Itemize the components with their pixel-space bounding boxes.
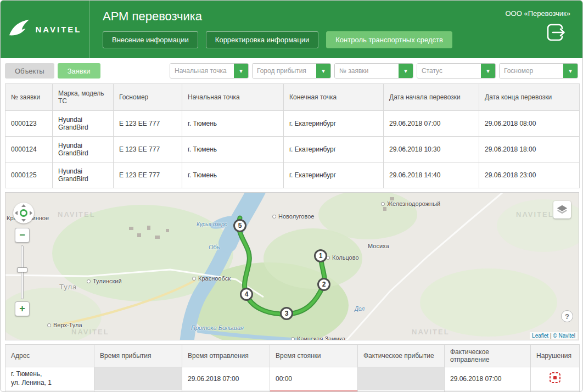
map-attribution: Leaflet | © Navitel: [530, 332, 578, 339]
request-number-input[interactable]: [335, 64, 399, 78]
map-place-label: Мосиха: [368, 243, 389, 249]
table-row[interactable]: 0000124 Hyundai GrandBird Е 123 ЕЕ 777 г…: [5, 137, 580, 163]
map-place-label: Тула: [59, 283, 77, 291]
cell-request-number: 0000125: [5, 163, 53, 188]
cell-violation: [531, 367, 580, 390]
pan-left-icon: [15, 211, 18, 215]
zoom-slider-handle[interactable]: [17, 267, 27, 272]
cell-start-point: г. Тюмень: [182, 111, 284, 137]
navitel-watermark: NAVITEL: [58, 210, 96, 219]
chevron-down-icon[interactable]: ▾: [316, 64, 330, 78]
pan-up-icon: [21, 204, 26, 207]
column-header: Марка, модель ТС: [53, 84, 114, 111]
column-header: Фактическое отправление: [445, 345, 531, 367]
chevron-down-icon[interactable]: ▾: [399, 64, 413, 78]
cell-vehicle-model: Hyundai GrandBird: [53, 111, 114, 137]
stops-header-row: Адрес Время прибытия Время отправления В…: [5, 345, 580, 367]
tab-vehicle-control[interactable]: Контроль транспортных средств: [326, 31, 452, 48]
brand-name: NAVITEL: [35, 25, 81, 34]
zoom-slider-track[interactable]: [21, 245, 24, 299]
status-input[interactable]: [417, 64, 481, 78]
navitel-watermark: NAVITEL: [516, 210, 554, 219]
navitel-link[interactable]: © Navitel: [553, 333, 575, 339]
place-dot-icon: [291, 337, 295, 341]
main-nav: Внесение информации Корректировка информ…: [103, 31, 478, 48]
page-title: АРМ перевозчика: [103, 9, 478, 24]
arrival-city-input[interactable]: [253, 64, 316, 78]
column-header: Время стоянки: [270, 345, 358, 367]
column-header: Время прибытия: [94, 345, 182, 367]
filter-request-number: ▾: [334, 63, 413, 79]
toolbar: Объекты Заявки ▾ ▾ ▾ ▾ ▾: [1, 58, 582, 83]
place-dot-icon: [192, 277, 196, 281]
tab-enter-info[interactable]: Внесение информации: [103, 31, 198, 48]
cell-start-date: 29.06.2018 14:40: [384, 163, 479, 188]
pan-down-icon: [21, 219, 26, 222]
map-water-label: Обь: [209, 244, 220, 250]
cell-start-point: г. Тюмень: [182, 163, 284, 188]
cell-fact-departure: 29.06.2018 07:00: [445, 367, 531, 390]
cell-vehicle-model: Hyundai GrandBird: [53, 137, 114, 163]
chevron-down-icon[interactable]: ▾: [234, 64, 248, 78]
table-row[interactable]: 0000125 Hyundai GrandBird Е 123 ЕЕ 777 г…: [5, 163, 580, 188]
column-header: Время отправления: [182, 345, 270, 367]
filter-plate-number: ▾: [499, 63, 578, 79]
map-help-button[interactable]: ?: [561, 310, 573, 322]
cell-plate: Е 123 ЕЕ 777: [114, 111, 182, 137]
leaflet-link[interactable]: Leaflet: [532, 333, 548, 339]
map-pan-control[interactable]: [13, 203, 34, 223]
objects-toggle-button[interactable]: Объекты: [5, 63, 54, 79]
cell-address: г. Тюмень, ул. Ленина, 1: [5, 367, 94, 390]
table-row[interactable]: 0000123 Hyundai GrandBird Е 123 ЕЕ 777 г…: [5, 111, 580, 137]
filters: ▾ ▾ ▾ ▾ ▾: [170, 63, 578, 79]
map-place-label: Кольцово: [326, 254, 359, 261]
navitel-logo-icon: [8, 18, 31, 41]
cell-plate: Е 123 ЕЕ 777: [114, 137, 182, 163]
column-header: Адрес: [5, 345, 94, 367]
waypoint-marker-4[interactable]: 4: [240, 288, 253, 301]
start-point-input[interactable]: [170, 64, 234, 78]
cell-departure: 29.06.2018 07:00: [182, 367, 270, 390]
cell-request-number: 0000124: [5, 137, 53, 163]
map-water-label: Протока Большая: [191, 324, 244, 331]
map-layers-button[interactable]: [553, 201, 571, 219]
cell-end-date: 29.06.2018 23:00: [479, 163, 580, 188]
cell-arrival: [94, 367, 182, 390]
column-header: Нарушения: [531, 345, 580, 367]
waypoint-marker-2[interactable]: 2: [317, 278, 330, 291]
map-place-label: Каинская Заимка: [291, 335, 345, 340]
cell-end-point: г. Екатеринбург: [284, 163, 384, 188]
filter-start-point: ▾: [170, 63, 249, 79]
tab-correct-info[interactable]: Корректировка информации: [206, 31, 318, 48]
chevron-down-icon[interactable]: ▾: [563, 64, 578, 78]
logout-icon[interactable]: [546, 23, 566, 44]
cell-end-date: 29.06.2018 18:00: [479, 137, 580, 163]
table-row: г. Тюмень, ул. Ленина, 1 29.06.2018 07:0…: [5, 367, 580, 390]
route-deviation-violation-icon[interactable]: [548, 378, 562, 385]
route-map[interactable]: NAVITEL NAVITEL NAVITEL NAVITEL Красногл…: [5, 192, 579, 340]
attribution-separator: |: [550, 333, 552, 339]
requests-table: № заявки Марка, модель ТС Госномер Начал…: [5, 83, 580, 188]
cell-end-date: 29.06.2018 08:00: [479, 111, 580, 137]
navitel-watermark: NAVITEL: [71, 328, 109, 336]
waypoint-marker-5[interactable]: 5: [233, 219, 246, 232]
cell-request-number: 0000123: [5, 111, 53, 137]
requests-toggle-button[interactable]: Заявки: [58, 63, 100, 79]
plate-number-input[interactable]: [500, 64, 563, 78]
place-dot-icon: [381, 202, 385, 206]
zoom-in-button[interactable]: +: [15, 301, 30, 316]
zoom-out-button[interactable]: −: [15, 228, 30, 243]
column-header: Госномер: [114, 84, 182, 111]
stops-table: Адрес Время прибытия Время отправления В…: [5, 344, 580, 392]
cell-stop-time: 00:00: [270, 367, 358, 390]
pan-center-icon: [20, 209, 27, 217]
waypoint-marker-1[interactable]: 1: [314, 249, 327, 262]
map-place-label: Краснообск: [192, 275, 231, 282]
chevron-down-icon[interactable]: ▾: [481, 64, 495, 78]
filter-status: ▾: [417, 63, 496, 79]
cell-end-point: г. Екатеринбург: [284, 137, 384, 163]
cell-fact-arrival: [358, 367, 445, 390]
waypoint-marker-3[interactable]: 3: [280, 307, 293, 320]
app-header: NAVITEL АРМ перевозчика Внесение информа…: [1, 1, 582, 58]
map-place-label: Тулинский: [87, 278, 122, 284]
